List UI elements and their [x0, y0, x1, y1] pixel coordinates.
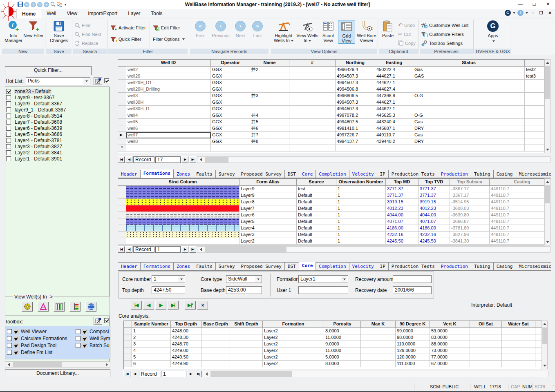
pick-item[interactable]: Layer6 - Default-3639	[6, 125, 108, 131]
save-changes-button[interactable]: Save Changes	[49, 20, 69, 43]
hot-list-dropdown[interactable]: Picks	[26, 77, 90, 85]
detail-tab[interactable]: Zones	[174, 262, 193, 270]
well-row[interactable]: well2 GGX 井2 4996429.4 450222.4 Gas test…	[118, 67, 544, 73]
cell-extra[interactable]	[525, 132, 544, 138]
pick-checkbox[interactable]	[6, 132, 11, 137]
cell-name[interactable]: 井4	[250, 112, 289, 119]
toolbox-item[interactable]: Composi	[76, 328, 110, 335]
cell-90k[interactable]: 99.0000	[396, 328, 430, 334]
cell-top-depth[interactable]: 4249.50	[171, 354, 201, 361]
cell-top-depth[interactable]: 4249.00	[171, 347, 201, 354]
log-viewer-icon[interactable]	[54, 302, 65, 312]
row-selector[interactable]	[118, 205, 126, 212]
chevron-down-icon[interactable]	[83, 78, 90, 85]
cell-shift-depth[interactable]	[230, 334, 263, 341]
column-header-top-depth[interactable]: Top Depth	[171, 321, 201, 328]
cell-top-md[interactable]: 4044.00	[386, 212, 418, 218]
column-header-source[interactable]: Source	[297, 179, 336, 186]
cell-shift-depth[interactable]	[230, 341, 263, 347]
strat-pattern-swatch[interactable]	[126, 232, 239, 238]
doc-restore-button[interactable]: ❐	[538, 11, 545, 15]
cell-operator[interactable]: GGX	[211, 86, 250, 93]
cell-top-subsea[interactable]: -3639.80	[450, 212, 490, 218]
cell-f-easting[interactable]: 449110.7	[490, 232, 545, 238]
toolbar-overflow-icon[interactable]: ▾	[65, 3, 66, 7]
record-first-button[interactable]: |◀	[123, 371, 130, 377]
cell-well-id[interactable]: well30H	[126, 99, 211, 106]
cell-source[interactable]: Default	[297, 192, 336, 199]
cell-f-easting[interactable]: 449110.7	[490, 225, 545, 232]
cell-oil-sat[interactable]	[470, 347, 502, 354]
tool-checkbox[interactable]	[76, 343, 81, 348]
detail-tab[interactable]: Casing	[494, 170, 516, 178]
pick-checkbox[interactable]	[6, 95, 11, 100]
cell-max-k[interactable]	[361, 361, 396, 367]
ribbon-tab[interactable]: Well	[41, 9, 61, 18]
cell-operator[interactable]: GGX	[211, 106, 250, 112]
quick-filter-button[interactable]: ★ Quick Filter	[110, 36, 141, 42]
core-analysis-row[interactable]: 3 4248.70 Layer2 9.0000 110.0000 88.0000	[124, 341, 542, 347]
cell-name[interactable]	[250, 106, 289, 112]
close-button[interactable]: ✕	[541, 0, 555, 9]
detail-tab[interactable]: Velocity	[349, 262, 377, 270]
tool-checkbox[interactable]	[7, 336, 12, 341]
customize-filters-button[interactable]: Customize Filters	[421, 31, 464, 38]
row-selector[interactable]	[118, 99, 126, 106]
column-header-top-tvd[interactable]: Top TVD	[418, 179, 450, 186]
detail-tab[interactable]: Header	[118, 262, 141, 270]
cell-top-depth[interactable]: 4248.70	[171, 341, 201, 347]
cell-status[interactable]: O-G	[413, 112, 525, 119]
cell-name[interactable]	[250, 99, 289, 106]
next-record-icon[interactable]: ›	[37, 2, 43, 7]
row-selector[interactable]	[124, 341, 132, 347]
cell-water-sat[interactable]	[502, 328, 535, 334]
cell-top-depth[interactable]: 4248.30	[171, 334, 201, 341]
cell-top-subsea[interactable]: -3666.87	[450, 218, 490, 225]
core-type-dropdown[interactable]: SideWall	[226, 275, 262, 283]
view-wells-button[interactable]: View Wells In	[296, 20, 318, 43]
strat-pattern-swatch[interactable]	[126, 205, 239, 212]
detail-tab[interactable]: Formations	[141, 169, 174, 178]
column-header-max-k[interactable]: Max K	[361, 321, 396, 328]
column-header-observation[interactable]: Observation Number	[336, 179, 386, 186]
cell-northing[interactable]: 4991410.1	[336, 125, 375, 132]
cell-operator[interactable]: GGX	[211, 73, 250, 80]
formation-dropdown[interactable]: Layer1	[298, 275, 348, 283]
cell-vert-k[interactable]: 77.0000	[430, 354, 470, 361]
cell-status[interactable]	[413, 80, 525, 86]
column-header-90k[interactable]: 90 Degree K	[396, 321, 430, 328]
cell-status[interactable]: DRY	[413, 125, 525, 132]
cell-status[interactable]: Gas	[413, 67, 525, 73]
cell-northing[interactable]: 4994807.5	[336, 119, 375, 125]
cell-name[interactable]: 井5	[250, 119, 289, 125]
pick-checkbox[interactable]	[6, 107, 11, 112]
detail-tab[interactable]: Survey	[216, 262, 238, 270]
cell-observation[interactable]: 1	[336, 199, 386, 205]
column-header-well-id[interactable]: Well ID	[126, 60, 211, 67]
cell-well-id[interactable]: well20	[126, 73, 211, 80]
cell-name[interactable]	[250, 80, 289, 86]
cell-oil-sat[interactable]	[470, 334, 502, 341]
cell-base-depth[interactable]	[201, 361, 230, 367]
cell-top-md[interactable]: 4071.07	[386, 218, 418, 225]
column-header-water-sat[interactable]: Water Sat	[502, 321, 535, 328]
well-row[interactable]: well20H_Drilling GGX 4994506.8 444627.4	[118, 86, 544, 93]
cell-easting[interactable]: 439440.2	[375, 138, 413, 145]
column-header-northing[interactable]: Northing	[336, 60, 375, 67]
toolbox-hscrollbar[interactable]	[5, 361, 110, 368]
cell-number[interactable]	[289, 138, 336, 145]
row-selector[interactable]	[118, 186, 126, 192]
cell-number[interactable]	[289, 93, 336, 99]
replace-button[interactable]: Replace	[74, 40, 98, 47]
recovery-date-field[interactable]: 2001/6/6	[393, 286, 432, 294]
cell-f-easting[interactable]: 449110.7	[490, 212, 545, 218]
next-button[interactable]: › Next	[232, 20, 248, 38]
cell-status[interactable]: O-G	[413, 93, 525, 99]
cell-top-subsea[interactable]: -3827.96	[450, 232, 490, 238]
cell-porosity[interactable]: 11.0000	[324, 347, 361, 354]
pick-checkbox[interactable]	[6, 101, 11, 106]
cell-name[interactable]: 井3	[250, 93, 289, 99]
record-prev-button[interactable]: ◀	[125, 246, 132, 253]
cell-water-sat[interactable]	[502, 334, 535, 341]
row-selector[interactable]	[124, 347, 132, 354]
